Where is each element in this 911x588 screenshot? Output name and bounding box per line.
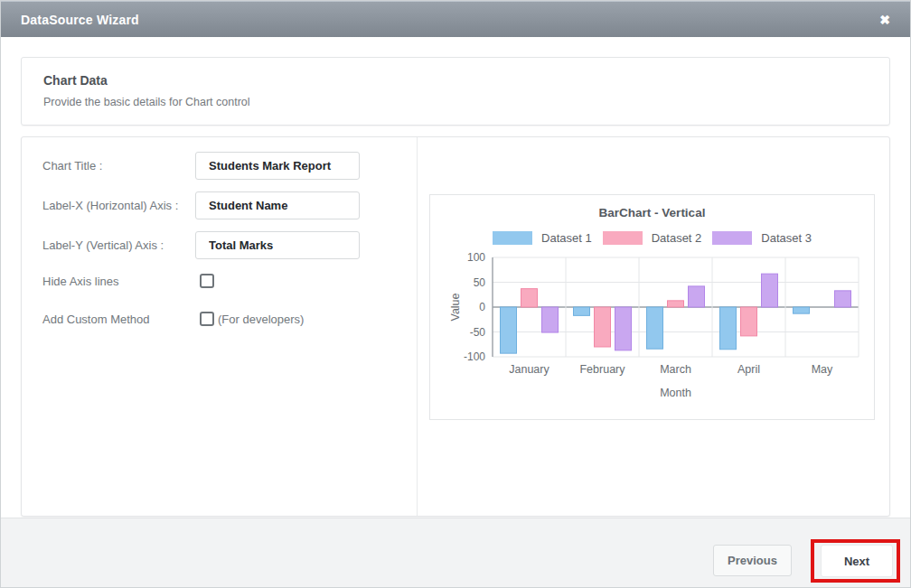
- chart-settings-card: Chart Title : Label-X (Horizontal) Axis …: [21, 136, 890, 517]
- datasource-wizard-dialog: DataSource Wizard ✖ Chart Data Provide t…: [0, 0, 911, 588]
- label-y-label: Label-Y (Vertical) Axis :: [42, 238, 195, 252]
- label-x-label: Label-X (Horizontal) Axis :: [42, 199, 195, 212]
- step-subtitle: Provide the basic details for Chart cont…: [43, 96, 868, 108]
- svg-text:Value: Value: [449, 293, 462, 321]
- svg-text:100: 100: [467, 251, 485, 264]
- chart-title-row: Chart Title :: [42, 152, 417, 180]
- svg-text:50: 50: [474, 276, 486, 289]
- legend-swatch: [712, 231, 752, 245]
- hide-axis-lines-row: Hide Axis lines: [42, 274, 417, 288]
- add-custom-method-label: Add Custom Method: [42, 313, 195, 326]
- dialog-content: Chart Data Provide the basic details for…: [1, 37, 910, 517]
- legend-item[interactable]: Dataset 2: [603, 231, 702, 245]
- add-custom-method-checkbox[interactable]: [200, 312, 214, 326]
- svg-text:-100: -100: [464, 350, 485, 363]
- svg-text:April: April: [737, 363, 760, 376]
- close-icon[interactable]: ✖: [879, 14, 890, 26]
- svg-text:0: 0: [479, 301, 485, 313]
- step-title: Chart Data: [43, 73, 868, 88]
- svg-text:January: January: [509, 363, 549, 376]
- chart-settings-form: Chart Title : Label-X (Horizontal) Axis …: [22, 137, 418, 516]
- previous-button[interactable]: Previous: [713, 545, 792, 576]
- hide-axis-lines-checkbox[interactable]: [200, 274, 214, 288]
- svg-text:-50: -50: [470, 326, 486, 339]
- label-x-row: Label-X (Horizontal) Axis :: [42, 191, 417, 219]
- chart-title-label: Chart Title :: [42, 159, 195, 173]
- legend-swatch: [493, 231, 532, 245]
- step-header-card: Chart Data Provide the basic details for…: [21, 57, 890, 126]
- label-x-input[interactable]: [195, 191, 360, 219]
- chart-preview-box: BarChart - Vertical Dataset 1Dataset 2Da…: [429, 194, 875, 420]
- svg-text:May: May: [812, 363, 833, 376]
- dialog-footer: Previous Next: [1, 518, 910, 587]
- label-y-input[interactable]: [195, 231, 360, 259]
- legend-label: Dataset 1: [541, 231, 592, 245]
- chart-plot: 100500-50-100JanuaryFebruaryMarchAprilMa…: [430, 247, 874, 402]
- svg-text:February: February: [579, 363, 625, 376]
- legend-swatch: [603, 231, 643, 245]
- next-button[interactable]: Next: [821, 545, 893, 577]
- svg-text:March: March: [660, 363, 691, 376]
- chart-preview-title: BarChart - Vertical: [430, 206, 874, 219]
- chart-title-input[interactable]: [195, 152, 360, 180]
- chart-legend: Dataset 1Dataset 2Dataset 3: [430, 231, 874, 245]
- legend-item[interactable]: Dataset 1: [493, 231, 592, 245]
- chart-preview-panel: BarChart - Vertical Dataset 1Dataset 2Da…: [418, 137, 889, 516]
- dialog-title: DataSource Wizard: [21, 13, 139, 27]
- add-custom-method-row: Add Custom Method (For developers): [42, 312, 417, 326]
- hide-axis-lines-label: Hide Axis lines: [42, 275, 195, 288]
- svg-text:Month: Month: [660, 387, 691, 399]
- add-custom-method-note: (For developers): [218, 313, 304, 326]
- legend-label: Dataset 2: [652, 231, 702, 245]
- legend-label: Dataset 3: [761, 231, 812, 245]
- label-y-row: Label-Y (Vertical) Axis :: [42, 231, 417, 259]
- dialog-header: DataSource Wizard ✖: [1, 1, 910, 37]
- legend-item[interactable]: Dataset 3: [712, 231, 812, 245]
